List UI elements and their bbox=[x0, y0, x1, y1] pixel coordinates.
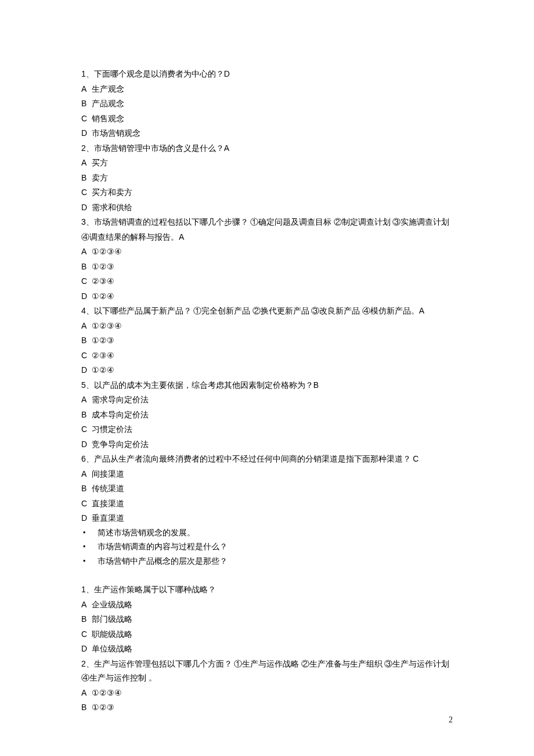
s2-opt-b: B①②③ bbox=[81, 700, 453, 715]
s1-stem: 1、生产运作策略属于以下哪种战略？ bbox=[81, 582, 453, 597]
q3-opt-b: B①②③ bbox=[81, 260, 453, 275]
q5-text: 以产品的成本为主要依据，综合考虑其他因素制定价格称为？ bbox=[94, 381, 313, 390]
q3-opt-c: C②③④ bbox=[81, 274, 453, 289]
q3-ans: A bbox=[179, 232, 184, 242]
page-number: 2 bbox=[449, 713, 453, 728]
q5-ans: B bbox=[313, 380, 319, 390]
s2-stem: 2、生产与运作管理包括以下哪几个方面？ ①生产与运作战略 ②生产准备与生产组织 … bbox=[81, 657, 453, 686]
bullet-icon: • bbox=[81, 555, 98, 569]
q6-stem: 6、产品从生产者流向最终消费者的过程中不经过任何中间商的分销渠道是指下面那种渠道… bbox=[81, 452, 453, 467]
q3-stem: 3、市场营销调查的过程包括以下哪几个步骤？ ①确定问题及调查目标 ②制定调查计划… bbox=[81, 215, 453, 244]
q4-opt-b: B①②③ bbox=[81, 333, 453, 348]
bullet-icon: • bbox=[81, 526, 98, 541]
q1-opt-c: C销售观念 bbox=[81, 111, 453, 127]
bullet-1: •简述市场营销观念的发展。 bbox=[81, 526, 453, 541]
q3-opt-a: A①②③④ bbox=[81, 244, 453, 260]
q2-opt-b: B卖方 bbox=[81, 171, 453, 186]
q2-stem: 2、市场营销管理中市场的含义是什么？A bbox=[81, 141, 453, 156]
q4-ans: A bbox=[419, 306, 424, 315]
q6-opt-a: A间接渠道 bbox=[81, 467, 453, 482]
q4-opt-c: C②③④ bbox=[81, 348, 453, 363]
q4-opt-a: A①②③④ bbox=[81, 319, 453, 334]
bullet-icon: • bbox=[81, 540, 98, 555]
q1-num: 1、 bbox=[81, 69, 94, 78]
q3-opt-d: D①②④ bbox=[81, 289, 453, 304]
s1-opt-c: C职能级战略 bbox=[81, 627, 453, 642]
q6-opt-d: D垂直渠道 bbox=[81, 511, 453, 526]
q4-stem: 4、以下哪些产品属于新产品？ ①完全创新产品 ②换代更新产品 ③改良新产品 ④模… bbox=[81, 304, 453, 319]
s1-num: 1、 bbox=[81, 585, 94, 594]
s2-opt-a: A①②③④ bbox=[81, 686, 453, 701]
bullet-2: •市场营销调查的内容与过程是什么？ bbox=[81, 540, 453, 555]
q3-num: 3、 bbox=[81, 217, 94, 226]
q6-opt-c: C直接渠道 bbox=[81, 496, 453, 512]
q5-opt-d: D竞争导向定价法 bbox=[81, 437, 453, 452]
q1-ans: D bbox=[224, 69, 230, 78]
q1-stem: 1、下面哪个观念是以消费者为中心的？D bbox=[81, 67, 453, 82]
s1-text: 生产运作策略属于以下哪种战略？ bbox=[94, 585, 216, 594]
q5-opt-a: A需求导向定价法 bbox=[81, 393, 453, 408]
q6-ans: C bbox=[413, 454, 418, 463]
s1-opt-b: B部门级战略 bbox=[81, 612, 453, 627]
s2-num: 2、 bbox=[81, 659, 94, 668]
q1-opt-a: A生产观念 bbox=[81, 82, 453, 97]
q4-num: 4、 bbox=[81, 306, 94, 315]
q1-opt-b: B产品观念 bbox=[81, 96, 453, 111]
q4-text: 以下哪些产品属于新产品？ ①完全创新产品 ②换代更新产品 ③改良新产品 ④模仿新… bbox=[94, 307, 419, 315]
q6-opt-b: B传统渠道 bbox=[81, 481, 453, 496]
q2-opt-c: C买方和卖方 bbox=[81, 185, 453, 200]
q5-stem: 5、以产品的成本为主要依据，综合考虑其他因素制定价格称为？B bbox=[81, 378, 453, 393]
q2-ans: A bbox=[224, 143, 229, 153]
q2-opt-d: D需求和供给 bbox=[81, 200, 453, 215]
q2-opt-a: A买方 bbox=[81, 156, 453, 171]
q5-opt-b: B成本导向定价法 bbox=[81, 408, 453, 423]
q5-num: 5、 bbox=[81, 380, 94, 390]
q3-text: 市场营销调查的过程包括以下哪几个步骤？ ①确定问题及调查目标 ②制定调查计划 ③… bbox=[81, 218, 449, 242]
s1-opt-d: D单位级战略 bbox=[81, 642, 453, 657]
q2-num: 2、 bbox=[81, 143, 94, 153]
q5-opt-c: C习惯定价法 bbox=[81, 422, 453, 437]
q6-num: 6、 bbox=[81, 454, 94, 463]
q4-opt-d: D①②④ bbox=[81, 363, 453, 378]
q2-text: 市场营销管理中市场的含义是什么？ bbox=[94, 144, 224, 153]
q1-text: 下面哪个观念是以消费者为中心的？ bbox=[94, 70, 224, 78]
q1-opt-d: D市场营销观念 bbox=[81, 126, 453, 141]
s1-opt-a: A企业级战略 bbox=[81, 597, 453, 613]
s2-text: 生产与运作管理包括以下哪几个方面？ ①生产与运作战略 ②生产准备与生产组织 ③生… bbox=[81, 660, 449, 683]
bullet-3: •市场营销中产品概念的层次是那些？ bbox=[81, 555, 453, 569]
q6-text: 产品从生产者流向最终消费者的过程中不经过任何中间商的分销渠道是指下面那种渠道？ bbox=[94, 455, 413, 463]
